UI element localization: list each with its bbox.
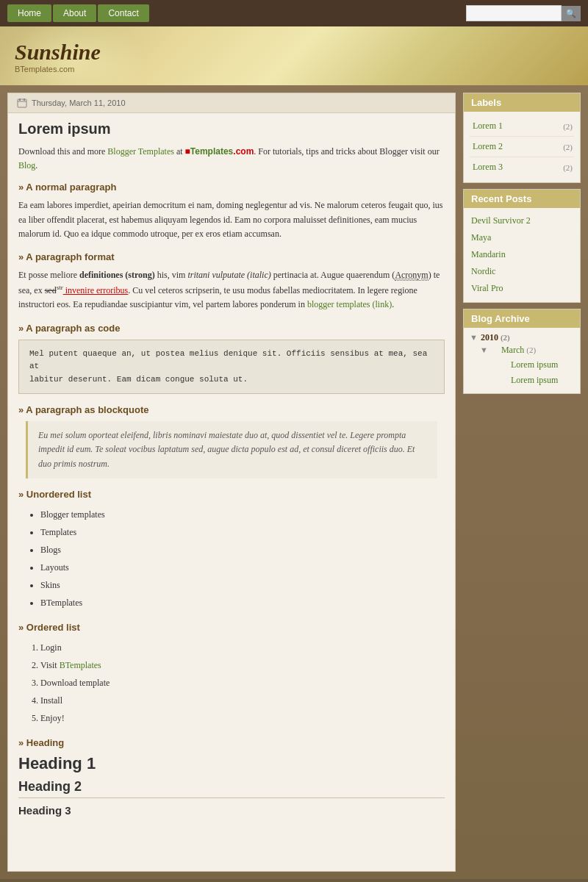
- blogger-templates-inline-link[interactable]: blogger templates (link): [307, 299, 392, 309]
- section5-heading: » Unordered list: [18, 489, 445, 500]
- archive-title: Blog Archive: [464, 309, 580, 328]
- list-item: Enjoy!: [40, 709, 445, 727]
- recent-post-link[interactable]: Maya: [470, 229, 574, 246]
- blogger-templates-link[interactable]: Blogger Templates: [107, 146, 174, 157]
- calendar-icon: [17, 98, 27, 108]
- svg-rect-2: [24, 98, 25, 101]
- archive-year[interactable]: 2010 (2): [481, 332, 510, 343]
- list-item: Skins: [40, 576, 445, 594]
- post-body: Lorem ipsum Download this and more Blogg…: [8, 113, 455, 830]
- labels-widget: Labels Lorem 1 (2) Lorem 2 (2) Lorem 3 (…: [463, 93, 581, 183]
- label-count: (2): [563, 143, 573, 151]
- archive-month-toggle[interactable]: ▼: [480, 345, 488, 354]
- main-container: Thursday, March 11, 2010 Lorem ipsum Dow…: [0, 85, 588, 879]
- archive-body: ▼ 2010 (2) ▼ March (2) Lo: [464, 328, 580, 393]
- nav-home[interactable]: Home: [7, 4, 51, 22]
- archive-month[interactable]: March (2): [501, 345, 536, 356]
- recent-post-link[interactable]: Viral Pro: [470, 280, 574, 297]
- section4-heading: » A paragraph as blockquote: [18, 404, 445, 415]
- list-item: Login: [40, 639, 445, 656]
- banner: Sunshine BTemplates.com: [0, 26, 588, 85]
- nav-bar: Home About Contact 🔍: [0, 0, 588, 26]
- list-item: Download template: [40, 674, 445, 692]
- list-item: Layouts: [40, 559, 445, 576]
- section2-text: Et posse meliore definitiones (strong) h…: [18, 268, 445, 312]
- label-item: Lorem 3 (2): [470, 157, 574, 177]
- templates-com-link[interactable]: ■Templates.com: [185, 146, 254, 157]
- unordered-list: Blogger templates Templates Blogs Layout…: [40, 506, 445, 612]
- section7-heading: » Heading: [18, 737, 445, 748]
- post-intro: Download this and more Blogger Templates…: [18, 145, 445, 173]
- archive-post-link[interactable]: Lorem ipsum: [511, 373, 574, 389]
- recent-posts-title: Recent Posts: [464, 190, 580, 208]
- section6-heading: » Ordered list: [18, 622, 445, 633]
- unordered-list-section: Blogger templates Templates Blogs Layout…: [18, 506, 445, 612]
- label-link[interactable]: Lorem 2: [471, 138, 504, 155]
- blog-archive-widget: Blog Archive ▼ 2010 (2) ▼ March (2): [463, 309, 581, 394]
- btemplates-link[interactable]: BTemplates: [60, 660, 101, 670]
- nav-links: Home About Contact: [7, 4, 149, 22]
- svg-rect-0: [18, 99, 26, 107]
- section3-heading: » A paragraph as code: [18, 323, 445, 334]
- section2-heading: » A paragraph format: [18, 251, 445, 262]
- label-item: Lorem 2 (2): [470, 137, 574, 157]
- recent-post-link[interactable]: Devil Survivor 2: [470, 212, 574, 229]
- list-item: Blogger templates: [40, 506, 445, 523]
- heading-2: Heading 2: [18, 779, 445, 798]
- labels-title: Labels: [464, 93, 580, 112]
- code-block: Mel putent quaeque an, ut postea melius …: [18, 340, 445, 395]
- post-date: Thursday, March 11, 2010: [32, 98, 126, 107]
- recent-posts-widget: Recent Posts Devil Survivor 2 Maya Manda…: [463, 189, 581, 303]
- section1-heading: » A normal paragraph: [18, 182, 445, 193]
- labels-body: Lorem 1 (2) Lorem 2 (2) Lorem 3 (2): [464, 112, 580, 182]
- sidebar: Labels Lorem 1 (2) Lorem 2 (2) Lorem 3 (…: [463, 93, 581, 872]
- site-subtitle: BTemplates.com: [15, 65, 573, 74]
- post-header: Thursday, March 11, 2010: [8, 93, 455, 113]
- list-item: BTemplates: [40, 594, 445, 612]
- label-count: (2): [563, 122, 573, 131]
- blog-link[interactable]: Blog: [18, 160, 35, 171]
- label-item: Lorem 1 (2): [470, 116, 574, 137]
- label-link[interactable]: Lorem 3: [471, 159, 504, 176]
- content-area: Thursday, March 11, 2010 Lorem ipsum Dow…: [7, 93, 456, 872]
- recent-post-link[interactable]: Mandarin: [470, 246, 574, 263]
- archive-post-link[interactable]: Lorem ipsum: [511, 357, 574, 373]
- ordered-list-section: Login Visit BTemplates Download template…: [18, 639, 445, 727]
- site-title: Sunshine: [15, 40, 573, 65]
- list-item: Install: [40, 692, 445, 709]
- search-input[interactable]: [466, 5, 562, 21]
- section1-text: Ea eam labores imperdiet, apeirian democ…: [18, 198, 445, 241]
- archive-year-toggle[interactable]: ▼: [470, 333, 478, 342]
- recent-post-link[interactable]: Nordic: [470, 263, 574, 280]
- nav-about[interactable]: About: [53, 4, 96, 22]
- svg-rect-1: [19, 98, 21, 101]
- list-item: Templates: [40, 523, 445, 541]
- nav-contact[interactable]: Contact: [98, 4, 148, 22]
- search-button[interactable]: 🔍: [562, 6, 581, 21]
- search-bar: 🔍: [466, 5, 581, 21]
- heading-1: Heading 1: [18, 754, 445, 773]
- blockquote: Eu mei solum oporteat eleifend, libris n…: [26, 421, 437, 478]
- headings-section: Heading 1 Heading 2 Heading 3: [18, 754, 445, 817]
- list-item: Blogs: [40, 541, 445, 559]
- list-item: Visit BTemplates: [40, 656, 445, 674]
- ordered-list: Login Visit BTemplates Download template…: [40, 639, 445, 727]
- heading-3: Heading 3: [18, 804, 445, 817]
- label-link[interactable]: Lorem 1: [471, 118, 504, 135]
- recent-posts-body: Devil Survivor 2 Maya Mandarin Nordic Vi…: [464, 208, 580, 302]
- acronym: Acronym: [395, 270, 428, 281]
- label-count: (2): [563, 163, 573, 172]
- post-title: Lorem ipsum: [18, 121, 445, 137]
